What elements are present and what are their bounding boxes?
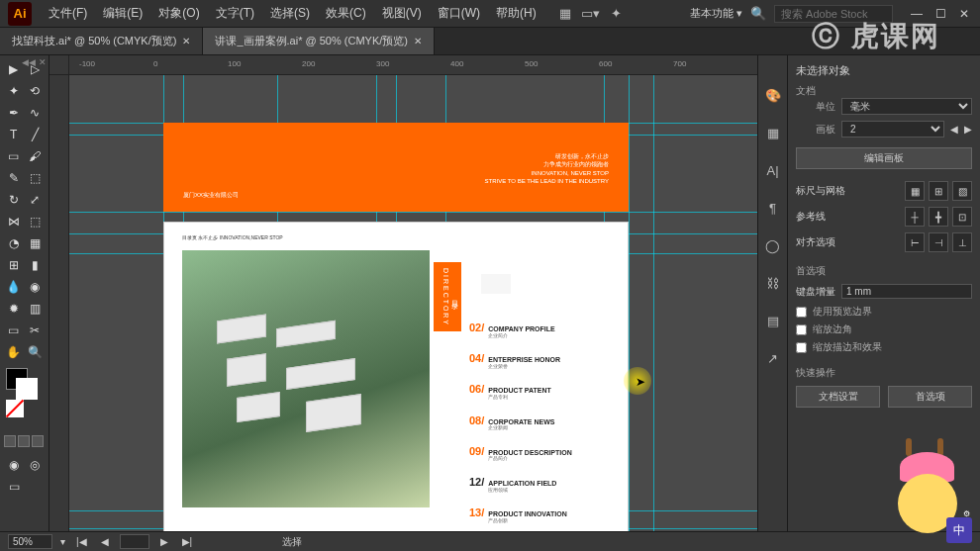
links-panel-icon[interactable]: ⛓ xyxy=(763,273,783,293)
next-artboard-icon[interactable]: ▶ xyxy=(964,124,972,135)
selection-tool[interactable]: ▶ xyxy=(4,59,24,79)
gradient-mode-btn[interactable] xyxy=(18,435,30,447)
stroke-swatch[interactable] xyxy=(16,378,38,400)
zoom-input[interactable] xyxy=(8,534,52,549)
curvature-tool[interactable]: ∿ xyxy=(26,103,46,123)
tab-doc-1[interactable]: 找望科技.ai* @ 50% (CMYK/预览)✕ xyxy=(0,28,203,54)
scale-corners-checkbox[interactable]: 缩放边角 xyxy=(796,322,972,336)
magic-wand-tool[interactable]: ✦ xyxy=(4,81,24,101)
eraser-tool[interactable]: ⬚ xyxy=(26,168,46,188)
hand-tool[interactable]: ✋ xyxy=(4,342,24,362)
smart-guides-icon[interactable]: ╋ xyxy=(929,207,948,227)
horizontal-ruler[interactable]: -1000100200300400500600700 xyxy=(69,55,757,75)
menu-select[interactable]: 选择(S) xyxy=(263,1,317,26)
grid-icon[interactable]: ⊞ xyxy=(929,181,948,201)
key-increment-input[interactable] xyxy=(841,284,972,299)
minimize-button[interactable]: — xyxy=(909,6,925,22)
swatches-panel-icon[interactable]: ▦ xyxy=(763,123,783,142)
scale-strokes-checkbox[interactable]: 缩放描边和效果 xyxy=(796,340,972,354)
line-tool[interactable]: ╱ xyxy=(26,125,46,144)
shaper-tool[interactable]: ✎ xyxy=(4,168,24,188)
next-artboard-nav-icon[interactable]: ▶ xyxy=(157,536,171,547)
ime-indicator[interactable]: ⚙中 xyxy=(946,517,972,543)
menu-edit[interactable]: 编辑(E) xyxy=(96,1,149,26)
guides-toggle-icon[interactable]: ┼ xyxy=(905,207,925,227)
tab-close-icon[interactable]: ✕ xyxy=(414,36,422,46)
tab-close-icon[interactable]: ✕ xyxy=(182,36,190,46)
graph-tool[interactable]: ▥ xyxy=(26,299,46,319)
color-mode-btn[interactable] xyxy=(4,435,16,447)
last-artboard-icon[interactable]: ▶| xyxy=(179,536,196,547)
shape-builder-tool[interactable]: ◔ xyxy=(4,233,24,253)
menu-effect[interactable]: 效果(C) xyxy=(319,1,373,26)
preview-bounds-checkbox[interactable]: 使用预览边界 xyxy=(796,305,972,319)
preferences-button[interactable]: 首选项 xyxy=(888,386,972,408)
prev-artboard-icon[interactable]: ◀ xyxy=(950,124,958,135)
first-artboard-icon[interactable]: |◀ xyxy=(73,536,90,547)
scale-tool[interactable]: ⤢ xyxy=(26,190,46,210)
pen-tool[interactable]: ✒ xyxy=(4,103,24,123)
snap-grid-icon[interactable]: ⊥ xyxy=(952,232,972,252)
artboard-select[interactable]: 2 xyxy=(841,121,944,138)
draw-mode-normal[interactable]: ◉ xyxy=(4,455,24,475)
none-mode-btn[interactable] xyxy=(32,435,44,447)
prev-artboard-nav-icon[interactable]: ◀ xyxy=(98,536,112,547)
edit-artboard-button[interactable]: 编辑画板 xyxy=(796,147,972,169)
color-swatches[interactable] xyxy=(4,368,45,408)
none-swatch[interactable] xyxy=(6,400,24,417)
gpu-icon[interactable]: ✦ xyxy=(609,6,625,22)
snap-icon[interactable]: ⊡ xyxy=(952,207,972,227)
snap-point-icon[interactable]: ⊣ xyxy=(929,232,948,252)
tab-doc-2[interactable]: 讲课_画册案例.ai* @ 50% (CMYK/预览)✕ xyxy=(203,28,435,54)
menu-window[interactable]: 窗口(W) xyxy=(431,1,487,26)
paintbrush-tool[interactable]: 🖌 xyxy=(26,146,46,166)
type-tool[interactable]: T xyxy=(4,125,24,144)
maximize-button[interactable]: ☐ xyxy=(932,6,948,22)
artboard-banner[interactable]: 厦门XX实业有限公司 研发创新，永不止步 力争成为行业内的领跑者 INNOVAT… xyxy=(163,123,629,212)
layers-panel-icon[interactable]: ▤ xyxy=(763,311,783,330)
appearance-panel-icon[interactable]: ◯ xyxy=(763,235,783,255)
artboard-nav-input[interactable] xyxy=(120,534,149,549)
unit-select[interactable]: 毫米 xyxy=(841,98,972,115)
document-setup-button[interactable]: 文档设置 xyxy=(796,386,880,408)
zoom-dropdown-icon[interactable]: ▾ xyxy=(60,536,65,547)
menu-help[interactable]: 帮助(H) xyxy=(489,1,543,26)
ruler-origin[interactable] xyxy=(49,55,69,75)
screen-mode[interactable]: ▭ xyxy=(4,477,24,497)
width-tool[interactable]: ⋈ xyxy=(4,212,24,231)
arrange-icon[interactable]: ▭▾ xyxy=(583,6,599,22)
ruler-icon[interactable]: ▦ xyxy=(905,181,925,201)
symbol-tool[interactable]: ✹ xyxy=(4,299,24,319)
canvas-area[interactable]: -1000100200300400500600700 厦门XX实业有限公司 研发… xyxy=(49,55,757,531)
vertical-ruler[interactable] xyxy=(49,75,69,531)
menu-object[interactable]: 对象(O) xyxy=(151,1,206,26)
asset-export-icon[interactable]: ↗ xyxy=(763,348,783,368)
artboard-brochure[interactable]: 目录页 永不止步 INNOVATION,NEVER STOP 目录 DIRECT… xyxy=(163,222,629,531)
lasso-tool[interactable]: ⟲ xyxy=(26,81,46,101)
color-panel-icon[interactable]: 🎨 xyxy=(763,85,783,105)
eyedropper-tool[interactable]: 💧 xyxy=(4,277,24,297)
gradient-tool[interactable]: ▮ xyxy=(26,255,46,275)
bridge-icon[interactable]: ▦ xyxy=(557,6,573,22)
search-input[interactable] xyxy=(774,5,893,23)
close-button[interactable]: ✕ xyxy=(956,6,972,22)
character-panel-icon[interactable]: A| xyxy=(763,160,783,180)
rectangle-tool[interactable]: ▭ xyxy=(4,146,24,166)
transparency-grid-icon[interactable]: ▨ xyxy=(952,181,972,201)
menu-file[interactable]: 文件(F) xyxy=(42,1,94,26)
artboard-tool[interactable]: ▭ xyxy=(4,321,24,340)
toolbox-collapse-icon[interactable]: ◀◀ ✕ xyxy=(22,57,47,67)
menu-type[interactable]: 文字(T) xyxy=(209,1,261,26)
blend-tool[interactable]: ◉ xyxy=(26,277,46,297)
mesh-tool[interactable]: ⊞ xyxy=(4,255,24,275)
snap-pixel-icon[interactable]: ⊢ xyxy=(905,232,925,252)
free-transform-tool[interactable]: ⬚ xyxy=(26,212,46,231)
search-icon[interactable]: 🔍 xyxy=(750,6,766,22)
zoom-tool[interactable]: 🔍 xyxy=(26,342,46,362)
paragraph-panel-icon[interactable]: ¶ xyxy=(763,198,783,218)
workspace-selector[interactable]: 基本功能 ▾ xyxy=(690,6,742,21)
slice-tool[interactable]: ✂ xyxy=(26,321,46,340)
perspective-tool[interactable]: ▦ xyxy=(26,233,46,253)
menu-view[interactable]: 视图(V) xyxy=(375,1,429,26)
rotate-tool[interactable]: ↻ xyxy=(4,190,24,210)
